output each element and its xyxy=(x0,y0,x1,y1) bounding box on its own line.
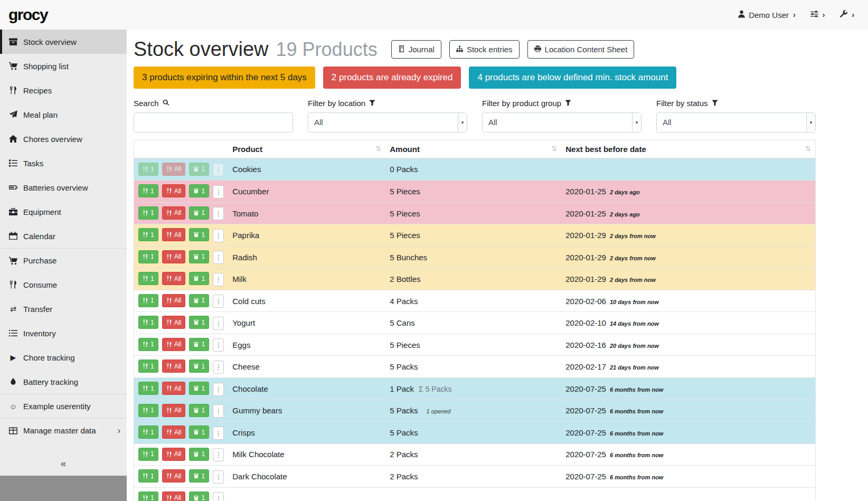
row-menu-button[interactable]: ⋮ xyxy=(213,273,224,286)
sidebar-item-recipes[interactable]: Recipes xyxy=(0,78,127,102)
row-menu-button[interactable]: ⋮ xyxy=(213,251,224,264)
sidebar-collapse-button[interactable]: « xyxy=(0,451,127,476)
search-input[interactable] xyxy=(134,112,293,133)
consume-one-button[interactable]: 1 xyxy=(138,448,158,461)
amount-column-header[interactable]: Amount ⇅ xyxy=(385,140,561,158)
sidebar-item-manage-master-data[interactable]: Manage master data › xyxy=(0,418,127,442)
row-menu-button[interactable]: ⋮ xyxy=(213,185,224,198)
open-one-button[interactable]: 1 xyxy=(189,163,209,176)
sidebar-item-batteries-overview[interactable]: Batteries overview xyxy=(0,175,127,200)
consume-all-button[interactable]: All xyxy=(162,163,185,176)
consume-all-button[interactable]: All xyxy=(162,469,185,483)
consume-one-button[interactable]: 1 xyxy=(138,491,158,501)
open-one-button[interactable]: 1 xyxy=(189,426,209,439)
row-menu-button[interactable]: ⋮ xyxy=(213,361,224,374)
consume-all-button[interactable]: All xyxy=(162,382,185,395)
open-one-button[interactable]: 1 xyxy=(189,338,209,351)
row-menu-button[interactable]: ⋮ xyxy=(213,427,224,440)
sidebar-item-meal-plan[interactable]: Meal plan xyxy=(0,102,127,127)
app-logo[interactable]: grocy xyxy=(8,6,48,24)
sidebar-item-shopping-list[interactable]: Shopping list xyxy=(0,54,127,78)
open-one-button[interactable]: 1 xyxy=(189,206,209,220)
open-one-button[interactable]: 1 xyxy=(189,491,209,501)
consume-all-button[interactable]: All xyxy=(162,316,185,329)
row-menu-button[interactable]: ⋮ xyxy=(213,492,224,501)
consume-one-button[interactable]: 1 xyxy=(138,338,158,351)
alert-expired[interactable]: 2 products are already expired xyxy=(323,67,461,89)
sidebar-item-stock-overview[interactable]: Stock overview xyxy=(0,30,127,54)
consume-all-button[interactable]: All xyxy=(162,228,185,241)
alert-below-min[interactable]: 4 products are below defined min. stock … xyxy=(469,67,676,89)
row-menu-button[interactable]: ⋮ xyxy=(213,448,224,461)
consume-one-button[interactable]: 1 xyxy=(138,163,158,176)
row-menu-button[interactable]: ⋮ xyxy=(213,317,224,330)
user-menu[interactable]: Demo User › xyxy=(738,10,796,20)
consume-all-button[interactable]: All xyxy=(162,184,185,197)
stock-entries-button[interactable]: Stock entries xyxy=(449,40,520,59)
product-group-filter-select[interactable]: All ▾ xyxy=(482,112,641,133)
row-menu-button[interactable]: ⋮ xyxy=(213,229,224,242)
open-one-button[interactable]: 1 xyxy=(189,294,209,307)
sidebar-item-equipment[interactable]: Equipment xyxy=(0,200,127,224)
settings-menu[interactable]: › xyxy=(810,10,825,20)
consume-all-button[interactable]: All xyxy=(162,360,185,373)
consume-one-button[interactable]: 1 xyxy=(138,272,158,285)
consume-one-button[interactable]: 1 xyxy=(138,382,158,395)
consume-all-button[interactable]: All xyxy=(162,206,185,220)
consume-all-button[interactable]: All xyxy=(162,426,185,439)
row-menu-button[interactable]: ⋮ xyxy=(213,338,224,352)
consume-one-button[interactable]: 1 xyxy=(138,206,158,220)
sidebar-item-purchase[interactable]: Purchase xyxy=(0,248,127,272)
consume-one-button[interactable]: 1 xyxy=(138,404,158,417)
consume-all-button[interactable]: All xyxy=(162,338,185,351)
sidebar-item-transfer[interactable]: ⇄ Transfer xyxy=(0,297,127,321)
consume-one-button[interactable]: 1 xyxy=(138,294,158,307)
sidebar-item-chore-tracking[interactable]: ▶ Chore tracking xyxy=(0,345,127,370)
consume-one-button[interactable]: 1 xyxy=(138,316,158,329)
open-one-button[interactable]: 1 xyxy=(189,382,209,395)
consume-all-button[interactable]: All xyxy=(162,294,185,307)
open-one-button[interactable]: 1 xyxy=(189,360,209,373)
sidebar-item-battery-tracking[interactable]: Battery tracking xyxy=(0,370,127,394)
sidebar-item-tasks[interactable]: Tasks xyxy=(0,151,127,175)
open-box-icon xyxy=(193,298,199,304)
row-menu-button[interactable]: ⋮ xyxy=(213,163,224,176)
consume-all-button[interactable]: All xyxy=(162,250,185,263)
open-one-button[interactable]: 1 xyxy=(189,404,209,417)
consume-all-button[interactable]: All xyxy=(162,491,185,501)
consume-one-button[interactable]: 1 xyxy=(138,426,158,439)
open-one-button[interactable]: 1 xyxy=(189,250,209,263)
product-column-header[interactable]: Product ⇅ xyxy=(228,140,385,158)
consume-one-button[interactable]: 1 xyxy=(138,469,158,483)
sidebar-item-consume[interactable]: Consume xyxy=(0,272,127,297)
open-one-button[interactable]: 1 xyxy=(189,469,209,483)
status-filter-select[interactable]: All ▾ xyxy=(656,112,816,133)
row-menu-button[interactable]: ⋮ xyxy=(213,207,224,220)
consume-one-button[interactable]: 1 xyxy=(138,250,158,263)
date-column-header[interactable]: Next best before date ⇅ xyxy=(561,140,815,158)
sidebar-item-inventory[interactable]: Inventory xyxy=(0,321,127,345)
row-menu-button[interactable]: ⋮ xyxy=(213,383,224,396)
consume-one-button[interactable]: 1 xyxy=(138,184,158,197)
admin-menu[interactable]: › xyxy=(839,10,854,20)
row-menu-button[interactable]: ⋮ xyxy=(213,404,224,418)
open-one-button[interactable]: 1 xyxy=(189,448,209,461)
alert-expiring[interactable]: 3 products expiring within the next 5 da… xyxy=(134,67,315,89)
location-content-sheet-button[interactable]: Location Content Sheet xyxy=(527,40,635,59)
open-one-button[interactable]: 1 xyxy=(189,184,209,197)
sidebar-item-calendar[interactable]: Calendar xyxy=(0,224,127,248)
open-one-button[interactable]: 1 xyxy=(189,316,209,329)
row-menu-button[interactable]: ⋮ xyxy=(213,470,224,484)
open-one-button[interactable]: 1 xyxy=(189,228,209,241)
consume-one-button[interactable]: 1 xyxy=(138,360,158,373)
consume-all-button[interactable]: All xyxy=(162,272,185,285)
sidebar-item-chores-overview[interactable]: Chores overview xyxy=(0,127,127,151)
sidebar-item-example-userentity[interactable]: ☺ Example userentity xyxy=(0,394,127,418)
row-menu-button[interactable]: ⋮ xyxy=(213,295,224,308)
consume-all-button[interactable]: All xyxy=(162,448,185,461)
consume-one-button[interactable]: 1 xyxy=(138,228,158,241)
journal-button[interactable]: Journal xyxy=(391,40,441,59)
consume-all-button[interactable]: All xyxy=(162,404,185,417)
open-one-button[interactable]: 1 xyxy=(189,272,209,285)
location-filter-select[interactable]: All ▾ xyxy=(308,112,467,133)
